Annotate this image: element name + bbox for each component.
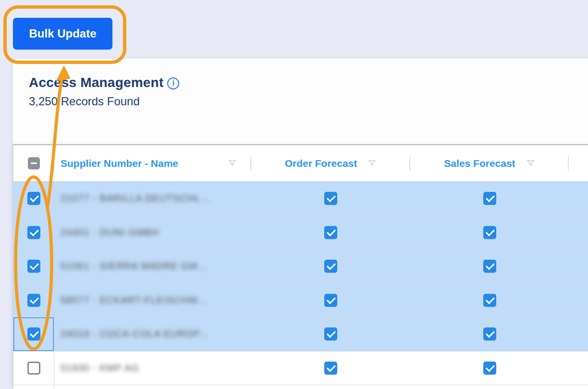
sales-forecast-checkbox[interactable] bbox=[483, 226, 496, 239]
table-row: 24019 - COCA-COLA EUROP... bbox=[13, 317, 588, 351]
order-forecast-checkbox[interactable] bbox=[324, 327, 337, 340]
select-all-cell bbox=[13, 145, 54, 181]
supplier-name: 58577 - ECKART-FLEISCHW... bbox=[61, 295, 207, 306]
page: Bulk Update Access Management i 3,250 Re… bbox=[0, 0, 588, 389]
sales-forecast-checkbox[interactable] bbox=[483, 327, 496, 340]
row-select-checkbox[interactable] bbox=[27, 192, 40, 205]
table-row: 21077 - BARILLA DEUTSCHL... bbox=[13, 182, 588, 216]
table-header-row: Supplier Number - Name Order Forecast Sa… bbox=[13, 145, 588, 182]
page-title: Access Management bbox=[29, 75, 163, 90]
order-forecast-checkbox[interactable] bbox=[324, 192, 337, 205]
column-header-order-forecast: Order Forecast bbox=[251, 145, 410, 181]
supplier-name: 24019 - COCA-COLA EUROP... bbox=[61, 328, 208, 339]
sales-forecast-checkbox[interactable] bbox=[483, 192, 496, 205]
column-header-sales-forecast: Sales Forecast bbox=[410, 145, 569, 181]
row-select-checkbox[interactable] bbox=[27, 327, 40, 340]
order-forecast-checkbox[interactable] bbox=[324, 226, 337, 239]
header-spacer bbox=[569, 145, 588, 181]
table-row-partial bbox=[13, 385, 588, 389]
table-row: 51930 - KMP AG bbox=[13, 351, 588, 386]
supplier-name: 51930 - KMP AG bbox=[61, 363, 139, 374]
column-label-supplier[interactable]: Supplier Number - Name bbox=[61, 158, 178, 169]
sales-forecast-checkbox[interactable] bbox=[483, 362, 496, 375]
sales-forecast-checkbox[interactable] bbox=[483, 260, 496, 273]
column-header-supplier: Supplier Number - Name bbox=[54, 145, 251, 181]
select-all-checkbox[interactable] bbox=[28, 157, 40, 169]
supplier-name: 51061 - SIERRA MADRE GM... bbox=[61, 261, 207, 272]
row-select-checkbox[interactable] bbox=[27, 294, 40, 307]
table-row: 51061 - SIERRA MADRE GM... bbox=[13, 250, 588, 284]
order-forecast-checkbox[interactable] bbox=[324, 294, 337, 307]
filter-icon[interactable] bbox=[228, 159, 237, 168]
filter-icon[interactable] bbox=[368, 159, 377, 168]
card-header: Access Management i 3,250 Records Found bbox=[13, 59, 588, 108]
row-select-checkbox[interactable] bbox=[27, 362, 40, 375]
supplier-name: 24401 - DUNI GMBH bbox=[61, 227, 159, 238]
focused-cell bbox=[13, 317, 54, 351]
supplier-name: 21077 - BARILLA DEUTSCHL... bbox=[61, 193, 210, 204]
records-count: 3,250 Records Found bbox=[29, 95, 588, 108]
order-forecast-checkbox[interactable] bbox=[324, 260, 337, 273]
column-label-order-forecast[interactable]: Order Forecast bbox=[285, 158, 357, 169]
column-label-sales-forecast[interactable]: Sales Forecast bbox=[444, 158, 515, 169]
info-icon[interactable]: i bbox=[167, 77, 179, 89]
table-row: 24401 - DUNI GMBH bbox=[13, 216, 588, 250]
table-row: 58577 - ECKART-FLEISCHW... bbox=[13, 284, 588, 318]
row-select-checkbox[interactable] bbox=[27, 260, 40, 273]
row-select-checkbox[interactable] bbox=[27, 226, 40, 239]
access-table: Supplier Number - Name Order Forecast Sa… bbox=[13, 144, 588, 389]
filter-icon[interactable] bbox=[526, 159, 535, 168]
sales-forecast-checkbox[interactable] bbox=[483, 294, 496, 307]
order-forecast-checkbox[interactable] bbox=[324, 362, 337, 375]
bulk-update-button[interactable]: Bulk Update bbox=[13, 18, 112, 50]
